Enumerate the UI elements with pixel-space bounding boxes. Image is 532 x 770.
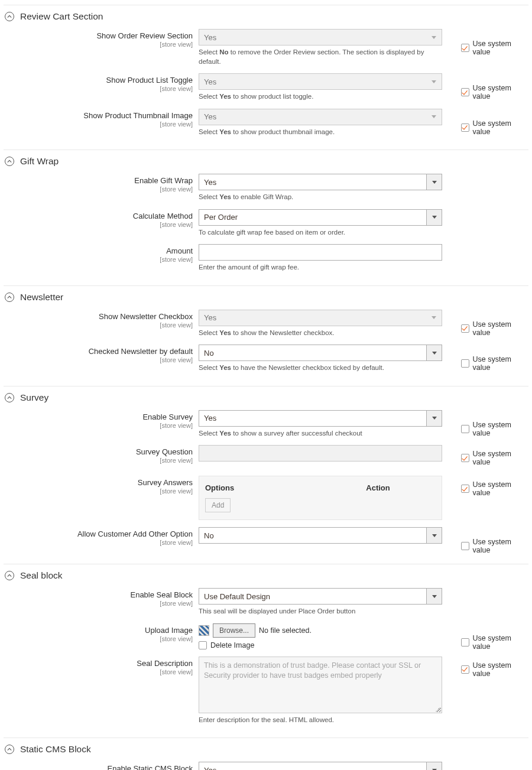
- panel-survey-answers: Options Action Add: [199, 476, 442, 520]
- sys-value-enable-survey[interactable]: Use system value: [461, 421, 528, 437]
- scope-label: [store view]: [4, 41, 193, 48]
- delete-image-checkbox[interactable]: Delete Image: [199, 641, 442, 649]
- section-toggle-gift[interactable]: Gift Wrap: [4, 156, 528, 170]
- label-show-toggle: Show Product List Toggle: [4, 76, 193, 85]
- select-enable-seal[interactable]: Use Default Design: [199, 588, 442, 605]
- sys-value-show-thumb[interactable]: Use system value: [461, 119, 528, 136]
- sys-value-show-newsletter[interactable]: Use system value: [461, 320, 528, 337]
- section-title: Review Cart Section: [20, 11, 103, 22]
- select-enable-survey[interactable]: Yes: [199, 410, 442, 427]
- chevron-up-icon: [5, 157, 14, 166]
- sys-value-allow-other[interactable]: Use system value: [461, 538, 528, 554]
- add-survey-answer-button: Add: [205, 498, 231, 512]
- select-show-thumb: Yes: [199, 109, 442, 125]
- chevron-up-icon: [5, 571, 14, 580]
- section-toggle-seal[interactable]: Seal block: [4, 570, 528, 584]
- select-allow-other[interactable]: No: [199, 527, 442, 544]
- textarea-seal-description: This is a demonstration of trust badge. …: [199, 657, 442, 713]
- chevron-up-icon: [5, 393, 14, 402]
- sys-value-seal-desc[interactable]: Use system value: [461, 661, 528, 678]
- section-toggle-newsletter[interactable]: Newsletter: [4, 292, 528, 306]
- select-checked-newsletter[interactable]: No: [199, 345, 442, 361]
- section-toggle-cms[interactable]: Static CMS Block: [4, 744, 528, 758]
- select-show-toggle: Yes: [199, 73, 442, 90]
- chevron-up-icon: [5, 12, 14, 21]
- sys-value-show-order-review[interactable]: Use system value: [461, 40, 528, 56]
- sys-value-show-toggle[interactable]: Use system value: [461, 84, 528, 100]
- browse-button[interactable]: Browse...: [213, 623, 255, 638]
- label-show-thumb: Show Product Thumbnail Image: [4, 111, 193, 120]
- section-toggle-review[interactable]: Review Cart Section: [4, 11, 528, 25]
- chevron-up-icon: [5, 745, 14, 754]
- select-enable-cms[interactable]: Yes: [199, 762, 442, 770]
- select-enable-gift[interactable]: Yes: [199, 174, 442, 190]
- sys-value-survey-question[interactable]: Use system value: [461, 450, 528, 466]
- select-calc-method[interactable]: Per Order: [199, 209, 442, 226]
- section-toggle-survey[interactable]: Survey: [4, 392, 528, 407]
- input-survey-question: [199, 445, 442, 462]
- sys-value-checked-newsletter[interactable]: Use system value: [461, 355, 528, 372]
- select-show-order-review: Yes: [199, 29, 442, 46]
- chevron-up-icon: [5, 293, 14, 302]
- sys-value-upload[interactable]: Use system value: [461, 634, 528, 651]
- label-show-order-review: Show Order Review Section: [4, 31, 193, 40]
- sys-value-survey-answers[interactable]: Use system value: [461, 480, 528, 497]
- file-status: No file selected.: [259, 626, 312, 635]
- input-amount[interactable]: [199, 244, 442, 261]
- select-show-newsletter: Yes: [199, 310, 442, 326]
- seal-thumb-icon: [199, 625, 209, 636]
